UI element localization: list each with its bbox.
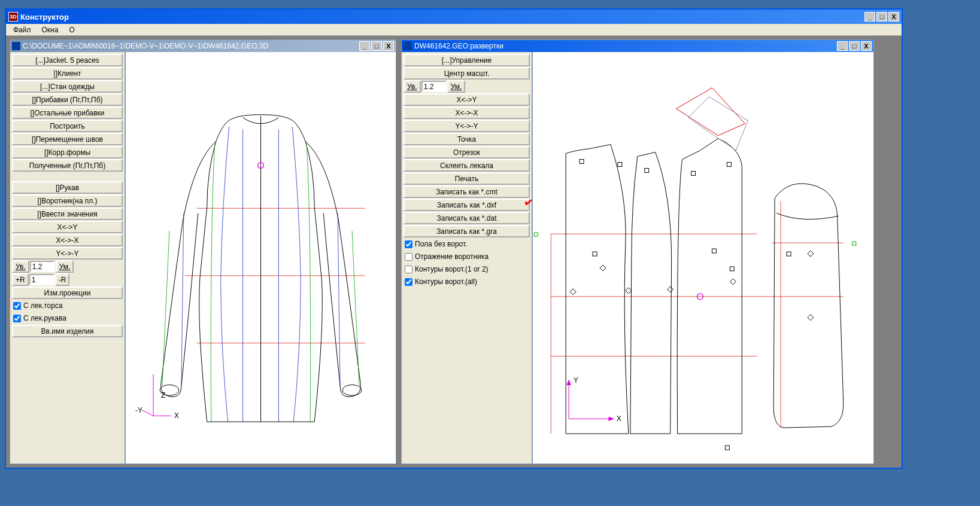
btn-save-gra[interactable]: Записать как *.gra — [403, 225, 530, 237]
check-collar-contours-12-label[interactable]: Контуры ворот.(1 or 2) — [415, 265, 489, 273]
menubar: Файл Окна О — [6, 24, 902, 36]
btn-enter-values[interactable]: []Ввести значения — [12, 208, 123, 220]
menu-about[interactable]: О — [64, 25, 79, 35]
btn-xnx-r[interactable]: X<->-X — [403, 106, 530, 119]
svg-rect-32 — [727, 162, 731, 166]
btn-client[interactable]: []Клиент — [12, 67, 123, 80]
btn-allowances[interactable]: []Прибавки (Пг,Пт,Пб) — [12, 93, 123, 106]
canvas-patterns[interactable]: X Y — [532, 52, 873, 464]
btn-other-allowances[interactable]: []Остальные прибавки — [12, 106, 123, 119]
child-titlebar-left[interactable]: C:\DOCUME~1\ADMIN\0016~1\DEMO-V~1\DEMO-V… — [10, 40, 396, 52]
check-torso-label[interactable]: С лек.торса — [23, 301, 63, 310]
check-collar-contours-all-label[interactable]: Контуры ворот.(all) — [415, 278, 477, 286]
maximize-button[interactable]: □ — [876, 12, 887, 22]
check-sleeve-label[interactable]: С лек.рукава — [23, 314, 66, 322]
btn-xy[interactable]: X<->Y — [12, 221, 123, 233]
btn-xy-r[interactable]: X<->Y — [403, 93, 530, 106]
svg-text:-Y: -Y — [135, 406, 142, 414]
btn-merge-patterns[interactable]: Склеить лекала — [403, 159, 530, 172]
svg-point-11 — [342, 385, 362, 395]
btn-segment[interactable]: Отрезок — [403, 146, 530, 158]
app-title: Конструктор — [20, 13, 864, 22]
child-minimize-button[interactable]: _ — [837, 41, 848, 51]
check-sleeve-row: С лек.рукава — [12, 312, 123, 324]
zoom-out-button-r[interactable]: Ум. — [447, 80, 466, 93]
svg-rect-29 — [593, 252, 597, 256]
child-title-right: DW461642.GEO:развертки — [414, 42, 837, 50]
svg-rect-26 — [852, 242, 856, 245]
check-torso-row: С лек.торса — [12, 300, 123, 312]
btn-save-cmt[interactable]: Записать как *.cmt — [403, 185, 530, 198]
main-titlebar[interactable]: 3D Конструктор _ □ X — [6, 10, 902, 24]
svg-marker-20 — [567, 380, 571, 385]
svg-rect-28 — [618, 162, 622, 166]
child-close-button[interactable]: X — [861, 41, 872, 51]
btn-collar[interactable]: []Воротник(на пл.) — [12, 194, 123, 207]
svg-rect-31 — [691, 171, 696, 175]
btn-point[interactable]: Точка — [403, 133, 530, 145]
canvas-3d[interactable]: X -Y Z — [125, 52, 396, 464]
child-minimize-button[interactable]: _ — [359, 41, 370, 51]
btn-control[interactable]: [...]Управление — [403, 54, 530, 66]
btn-enter-name[interactable]: Вв.имя изделия — [12, 325, 123, 337]
check-mirror-collar[interactable] — [405, 253, 412, 261]
btn-yny-r[interactable]: Y<->-Y — [403, 120, 530, 132]
zoom-row-left: Ув. Ум. — [12, 260, 123, 273]
child-titlebar-right[interactable]: DW461642.GEO:развертки _ □ X — [402, 40, 873, 52]
child-close-button[interactable]: X — [383, 41, 394, 51]
main-window: 3D Конструктор _ □ X Файл Окна О C:\DOCU… — [5, 8, 903, 469]
child-icon — [12, 42, 20, 50]
child-icon — [403, 42, 412, 50]
radius-minus-button[interactable]: -R — [55, 273, 70, 286]
svg-line-2 — [141, 410, 153, 416]
minimize-button[interactable]: _ — [864, 12, 875, 22]
check-collar-contours-all[interactable] — [405, 278, 412, 286]
child-title-left: C:\DOCUME~1\ADMIN\0016~1\DEMO-V~1\DEMO-V… — [23, 42, 359, 50]
btn-save-dxf[interactable]: Записать как *.dxf — [403, 199, 530, 211]
zoom-in-button[interactable]: Ув. — [12, 260, 29, 273]
btn-move-seams[interactable]: []Перемещение швов — [12, 133, 123, 145]
mdi-client: C:\DOCUME~1\ADMIN\0016~1\DEMO-V~1\DEMO-V… — [6, 36, 902, 468]
svg-point-10 — [160, 385, 179, 395]
check-sleeve[interactable] — [13, 315, 21, 322]
zoom-in-button-r[interactable]: Ув. — [403, 80, 421, 93]
btn-jacket[interactable]: [...]Jacket. 5 peaces — [12, 54, 123, 66]
check-torso[interactable] — [13, 302, 21, 310]
svg-text:X: X — [174, 411, 179, 420]
check-mirror-collar-label[interactable]: Отражение воротника — [415, 252, 489, 261]
radius-row: +R -R — [12, 273, 123, 286]
btn-garment-state[interactable]: [...]Стан одежды — [12, 80, 123, 93]
svg-rect-30 — [645, 168, 649, 172]
zoom-row-right: Ув. Ум. — [403, 80, 530, 93]
radius-input[interactable] — [29, 274, 54, 285]
btn-yny[interactable]: Y<->-Y — [12, 247, 123, 260]
btn-center-scale[interactable]: Центр масшт. — [403, 67, 530, 80]
close-button[interactable]: X — [888, 12, 899, 22]
zoom-input-r[interactable] — [421, 81, 447, 92]
svg-text:Y: Y — [574, 376, 578, 385]
check-collar-contours-12[interactable] — [405, 266, 412, 273]
zoom-out-button[interactable]: Ум. — [56, 260, 74, 273]
btn-obtained[interactable]: Полученные (Пг,Пт,Пб) — [12, 159, 123, 172]
menu-windows[interactable]: Окна — [37, 25, 63, 35]
svg-text:X: X — [617, 414, 621, 423]
menu-file[interactable]: Файл — [8, 25, 36, 35]
svg-rect-34 — [730, 267, 734, 271]
radius-plus-button[interactable]: +R — [12, 273, 29, 286]
check-pola-label[interactable]: Пола без ворот. — [415, 240, 468, 248]
btn-save-dat[interactable]: Записать как *.dat — [403, 212, 530, 224]
btn-change-projection[interactable]: Изм.проекции — [12, 286, 123, 299]
app-icon: 3D — [8, 12, 18, 22]
btn-sleeve[interactable]: []Рукав — [12, 181, 123, 194]
svg-rect-37 — [725, 446, 729, 450]
left-side-panel: [...]Jacket. 5 peaces []Клиент [...]Стан… — [10, 52, 125, 464]
child-maximize-button[interactable]: □ — [371, 41, 382, 51]
check-pola[interactable] — [405, 240, 412, 248]
child-maximize-button[interactable]: □ — [849, 41, 860, 51]
btn-xnx[interactable]: X<->-X — [12, 234, 123, 246]
btn-corr-forms[interactable]: []Корр.формы — [12, 146, 123, 158]
btn-build[interactable]: Построить — [12, 120, 123, 132]
zoom-input[interactable] — [30, 261, 55, 272]
btn-print[interactable]: Печать — [403, 172, 530, 185]
right-side-panel: [...]Управление Центр масшт. Ув. Ум. X<-… — [402, 52, 532, 464]
